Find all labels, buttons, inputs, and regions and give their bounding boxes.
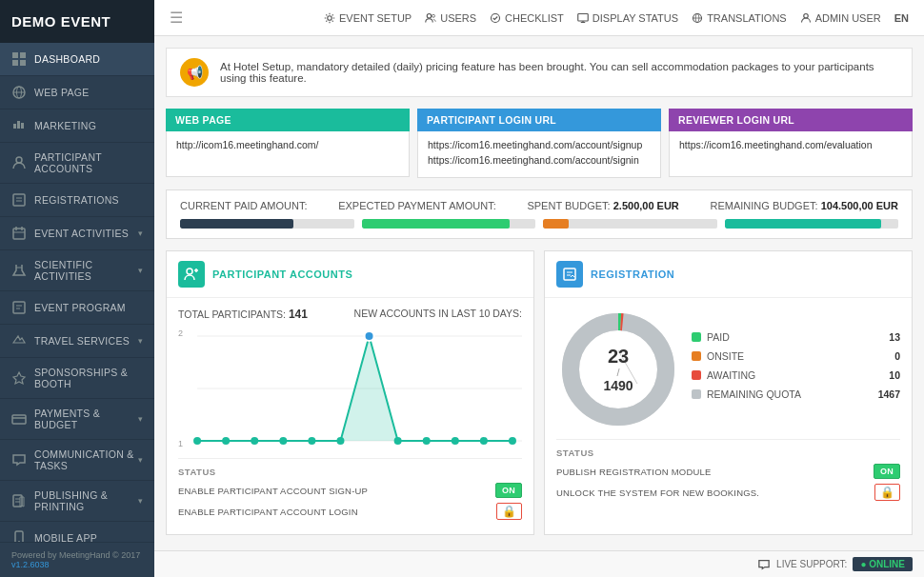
sidebar-label-mobile-app: MOBILE APP [34, 532, 143, 542]
registration-status-badge-1: 🔒 [874, 484, 900, 501]
svg-point-52 [336, 437, 344, 445]
participant-login-url-header: PARTICIPANT LOGIN URL [417, 109, 661, 131]
sidebar-label-event-program: EVENT PROGRAM [34, 302, 143, 313]
participant-status-badge-0: ON [495, 483, 522, 498]
svg-rect-11 [13, 229, 25, 239]
svg-point-7 [16, 157, 22, 163]
participant-signup-url[interactable]: https://icom16.meetinghand.com/account/s… [428, 139, 651, 150]
powered-by: Powered by MeetingHand © 2017 [11, 550, 143, 560]
svg-point-55 [423, 437, 431, 445]
admin-user-label: ADMIN USER [815, 12, 881, 24]
total-count: 141 [289, 308, 308, 321]
sidebar-item-publishing[interactable]: PUBLISHING & PRINTING ▾ [0, 481, 154, 522]
legend-item-paid: PAID 13 [692, 331, 900, 343]
users-icon [425, 12, 436, 24]
svg-point-39 [803, 13, 808, 18]
menu-icon: ☰ [170, 9, 183, 27]
sidebar-label-registrations: REGISTRATIONS [34, 194, 143, 206]
sidebar-item-registrations[interactable]: REGISTRATIONS [0, 184, 154, 217]
legend-text-onsite: ONSITE [707, 350, 744, 362]
svg-rect-3 [20, 60, 26, 66]
registration-status-title: STATUS [556, 448, 900, 458]
budget-bar-remaining [725, 219, 899, 229]
budget-bars [180, 219, 898, 229]
checklist-label: CHECKLIST [505, 12, 564, 24]
legend-item-remaining: REMAINING QUOTA 1467 [692, 388, 900, 400]
sidebar-item-scientific-activities[interactable]: SCIENTIFIC ACTIVITIES ▾ [0, 250, 154, 291]
participant-accounts-header: PARTICIPANT ACCOUNTS [167, 251, 533, 298]
participant-login-url-body: https://icom16.meetinghand.com/account/s… [417, 131, 661, 178]
topbar-right: EVENT SETUP USERS CHECKLIST DISPLAY STAT… [324, 12, 909, 24]
version-link[interactable]: v1.2.6038 [11, 560, 50, 569]
participant-accounts-title: PARTICIPANT ACCOUNTS [212, 269, 352, 280]
participant-status-section: STATUS ENABLE PARTICIPANT ACCOUNT SIGN-U… [178, 458, 522, 520]
donut-center: 23 / 1490 [603, 346, 633, 393]
current-paid-label: CURRENT PAID AMOUNT: [180, 200, 307, 211]
svg-rect-20 [12, 415, 26, 424]
sidebar-item-sponsorships[interactable]: SPONSORSHIPS & BOOTH [0, 358, 154, 399]
translations-label: TRANSLATIONS [707, 12, 787, 24]
legend-text-paid: PAID [707, 331, 730, 343]
sidebar-item-event-activities[interactable]: EVENT ACTIVITIES ▾ [0, 217, 154, 250]
sidebar-item-dashboard[interactable]: DASHBOARD [0, 43, 154, 76]
participant-accounts-panel: PARTICIPANT ACCOUNTS TOTAL PARTICIPANTS:… [166, 250, 534, 535]
svg-rect-25 [15, 531, 23, 542]
reviewer-url[interactable]: https://icom16.meetinghand.com/evaluatio… [679, 139, 902, 150]
sidebar-item-mobile-app[interactable]: MOBILE APP [0, 522, 154, 542]
svg-rect-16 [13, 302, 25, 313]
legend-item-awaiting: AWAITING 10 [692, 369, 900, 381]
registration-title: REGISTRATION [591, 269, 674, 280]
display-status-link[interactable]: DISPLAY STATUS [577, 12, 678, 24]
budget-bar-fill-paid [180, 219, 293, 229]
total-participants-label: TOTAL PARTICIPANTS: 141 [178, 308, 308, 321]
sidebar-item-event-program[interactable]: EVENT PROGRAM [0, 291, 154, 325]
sidebar-label-dashboard: DASHBOARD [34, 53, 143, 65]
legend-text-remaining: REMAINING QUOTA [707, 388, 801, 400]
reviewer-login-url-header: REVIEWER LOGIN URL [669, 109, 913, 131]
participant-signin-url[interactable]: https://icom16.meetinghand.com/account/s… [428, 154, 651, 166]
participant-chart-svg [178, 327, 522, 450]
svg-point-50 [279, 437, 287, 445]
sidebar-label-scientific-activities: SCIENTIFIC ACTIVITIES [34, 259, 138, 282]
sidebar-item-marketing[interactable]: MARKETING [0, 109, 154, 143]
sidebar-item-webpage[interactable]: WEB PAGE [0, 76, 154, 109]
event-setup-link[interactable]: EVENT SETUP [324, 12, 412, 24]
budget-bar-expected [362, 219, 536, 229]
display-icon [577, 12, 589, 24]
legend-label-remaining: REMAINING QUOTA [692, 388, 876, 400]
svg-rect-0 [12, 52, 18, 58]
webpage-url[interactable]: http://icom16.meetinghand.com/ [176, 139, 399, 150]
sidebar-label-communication: COMMUNICATION & TASKS [34, 448, 138, 471]
legend-count-onsite: 0 [876, 350, 900, 362]
users-link[interactable]: USERS [425, 12, 476, 24]
sidebar-footer: Powered by MeetingHand © 2017 v1.2.6038 [0, 542, 154, 577]
hotel-alert: 📢 At Hotel Setup, mandatory detailed (da… [166, 48, 913, 97]
event-setup-label: EVENT SETUP [339, 12, 412, 24]
admin-user-link[interactable]: ADMIN USER [800, 12, 881, 24]
svg-rect-2 [12, 60, 18, 66]
language-selector[interactable]: EN [894, 12, 909, 24]
translations-link[interactable]: TRANSLATIONS [692, 12, 787, 24]
remaining-budget: REMAINING BUDGET: 104.500,00 EUR [711, 200, 898, 211]
event-name: DEMO EVENT [0, 0, 154, 43]
alert-text: At Hotel Setup, mandatory detailed (dail… [220, 61, 898, 84]
reg-content: 23 / 1490 PAID [556, 308, 900, 431]
expected-payment-label: EXPECTED PAYMENT AMOUNT: [338, 200, 496, 211]
sidebar-item-participant-accounts[interactable]: PARTICIPANT ACCOUNTS [0, 143, 154, 184]
svg-point-54 [394, 437, 402, 445]
sidebar: DEMO EVENT DASHBOARD WEB PAGE MARKETING … [0, 0, 154, 577]
registration-body: 23 / 1490 PAID [545, 298, 912, 515]
sidebar-item-communication[interactable]: COMMUNICATION & TASKS ▾ [0, 440, 154, 481]
legend-dot-paid [692, 332, 701, 342]
registration-status-row-0: PUBLISH REGISTRATION MODULE ON [556, 464, 900, 479]
legend-item-onsite: ONSITE 0 [692, 350, 900, 362]
donut-chart: 23 / 1490 [556, 308, 680, 431]
checklist-link[interactable]: CHECKLIST [490, 12, 564, 24]
participant-status-label-1: ENABLE PARTICIPANT ACCOUNT LOGIN [178, 507, 358, 517]
sidebar-item-travel-services[interactable]: TRAVEL SERVICES ▾ [0, 325, 154, 358]
svg-point-57 [480, 437, 488, 445]
chart-stats: TOTAL PARTICIPANTS: 141 NEW ACCOUNTS IN … [178, 308, 522, 321]
budget-section: CURRENT PAID AMOUNT: EXPECTED PAYMENT AM… [166, 189, 913, 239]
sidebar-item-payments[interactable]: PAYMENTS & BUDGET ▾ [0, 399, 154, 440]
legend-dot-awaiting [692, 370, 701, 380]
